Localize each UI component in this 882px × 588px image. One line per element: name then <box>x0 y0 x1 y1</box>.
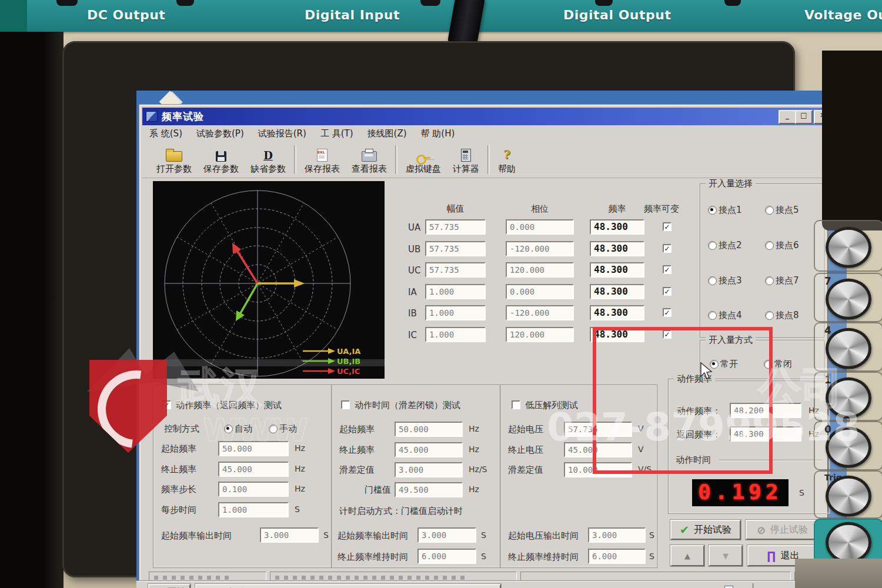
task-button-frequency-test[interactable]: 频率试验 <box>195 584 501 588</box>
svg-text:UC,IC: UC,IC <box>337 367 360 376</box>
default-d-icon: D <box>263 149 273 162</box>
start-freq-output-time-field[interactable]: 3.000 <box>260 527 319 543</box>
save-report-button[interactable]: 保存报表 <box>299 142 346 178</box>
save-params-button[interactable]: 保存参数 <box>198 142 245 178</box>
device-black-panel <box>822 51 882 230</box>
ub-freq-field[interactable]: 48.300 <box>590 241 644 256</box>
minimize-button[interactable]: _ <box>779 110 796 124</box>
default-params-button[interactable]: D 缺省参数 <box>245 142 292 178</box>
ib-amp-field[interactable]: 1.000 <box>425 305 486 320</box>
ia-freq-field[interactable]: 48.300 <box>590 284 644 299</box>
menu-help[interactable]: 帮 助(H) <box>414 126 462 141</box>
radio-contact-7[interactable] <box>765 276 774 285</box>
radio-contact-4[interactable] <box>708 311 717 320</box>
uc-freq-var-checkbox[interactable]: ✓ <box>663 265 671 274</box>
panel-label-dc-output: DC Output <box>87 8 165 22</box>
t2-start-freq-field[interactable]: 50.000 <box>395 422 463 437</box>
ub-phase-field[interactable]: -120.000 <box>506 241 574 256</box>
ua-phase-field[interactable]: 0.000 <box>506 219 574 235</box>
desktop-icon[interactable] <box>158 91 188 106</box>
t2-out1-field[interactable]: 3.000 <box>417 527 476 543</box>
radio-contact-2[interactable] <box>708 241 717 250</box>
radio-contact-3[interactable] <box>708 276 717 285</box>
ic-phase-field[interactable]: 120.000 <box>506 327 574 342</box>
menu-tools[interactable]: 工 具(T) <box>313 126 360 141</box>
ia-phase-field[interactable]: 0.000 <box>506 284 574 299</box>
t2-out2-field[interactable]: 6.000 <box>417 549 476 564</box>
stop-test-button[interactable]: ⊘ 停止试验 <box>746 520 819 540</box>
view-report-button[interactable]: 查看报表 <box>346 142 393 178</box>
open-folder-icon <box>166 149 182 162</box>
phasor-row-ua: UA 57.735 0.000 48.300 ✓ <box>405 219 681 236</box>
ib-freq-field[interactable]: 48.300 <box>590 305 644 320</box>
report-doc-icon <box>317 149 328 162</box>
phasor-scope: UA,IA UB,IB UC,IC <box>153 181 385 379</box>
timing-start-note: 计时启动方式：门槛值启动计时 <box>339 506 463 517</box>
lv-out1-field[interactable]: 3.000 <box>588 527 646 543</box>
step-time-field[interactable]: 1.000 <box>218 502 289 517</box>
key-teal <box>814 519 882 563</box>
open-params-button[interactable]: 打开参数 <box>151 142 198 178</box>
virtual-keyboard-button[interactable]: 虚拟键盘 <box>400 142 447 178</box>
phasor-row-ib: IB 1.000 -120.000 48.300 ✓ <box>405 305 681 322</box>
connector-knob <box>420 0 440 6</box>
time-test-checkbox[interactable] <box>341 400 350 409</box>
t2-end-freq-field[interactable]: 45.000 <box>395 442 463 457</box>
ua-freq-field[interactable]: 48.300 <box>590 219 644 235</box>
ia-amp-field[interactable]: 1.000 <box>425 284 486 299</box>
device-lower-shade <box>795 559 882 588</box>
ib-freq-var-checkbox[interactable]: ✓ <box>663 308 671 317</box>
start-button[interactable]: 开始 <box>148 584 191 588</box>
radio-auto[interactable] <box>224 425 233 433</box>
radio-manual[interactable] <box>269 425 278 433</box>
scroll-down-button[interactable]: ▼ <box>709 545 743 566</box>
up-arrow-icon: ▲ <box>684 552 690 560</box>
ib-phase-field[interactable]: -120.000 <box>506 305 574 320</box>
ub-amp-field[interactable]: 57.735 <box>425 241 486 256</box>
ic-amp-field[interactable]: 1.000 <box>425 327 486 342</box>
maximize-button[interactable]: □ <box>795 110 813 124</box>
toolbar-separator <box>395 145 397 174</box>
down-arrow-icon: ▼ <box>723 552 729 560</box>
key-1: 1 <box>814 372 882 421</box>
end-freq-field[interactable]: 45.000 <box>218 462 289 477</box>
action-time-led-display: 0.192 <box>692 479 789 506</box>
connector-knob <box>176 0 194 6</box>
header-phase: 相位 <box>506 203 574 215</box>
panel-label-voltage-output: Voltage Output <box>804 8 882 22</box>
t2-slip-field[interactable]: 3.000 <box>395 462 463 477</box>
start-freq-field[interactable]: 50.000 <box>218 441 289 456</box>
uc-phase-field[interactable]: 120.000 <box>506 262 574 278</box>
phasor-row-ia: IA 1.000 0.000 48.300 ✓ <box>405 284 681 300</box>
start-test-button[interactable]: ✔ 开始试验 <box>670 520 741 540</box>
radio-contact-8[interactable] <box>765 311 774 320</box>
menu-test-params[interactable]: 试验参数(P) <box>189 126 251 141</box>
menu-wiring-diagram[interactable]: 接线图(Z) <box>360 126 414 141</box>
lv-out2-field[interactable]: 6.000 <box>588 549 646 564</box>
header-amplitude: 幅值 <box>425 203 486 215</box>
ua-freq-var-checkbox[interactable]: ✓ <box>663 222 671 231</box>
header-freq-variable: 频率可变 <box>644 203 697 215</box>
radio-contact-5[interactable] <box>765 206 774 215</box>
radio-contact-1[interactable] <box>708 206 717 215</box>
phasor-row-uc: UC 57.735 120.000 48.300 ✓ <box>405 262 681 279</box>
key-7: 7 <box>814 273 882 322</box>
lv-test-checkbox[interactable] <box>512 400 520 409</box>
radio-contact-6[interactable] <box>765 241 774 250</box>
titlebar[interactable]: 频率试验 <box>142 108 823 125</box>
t2-threshold-field[interactable]: 49.500 <box>395 482 463 497</box>
ua-amp-field[interactable]: 57.735 <box>425 219 486 235</box>
uc-amp-field[interactable]: 57.735 <box>425 262 486 278</box>
key-4: 4 <box>814 322 882 372</box>
freq-step-field[interactable]: 0.100 <box>218 482 289 497</box>
ia-freq-var-checkbox[interactable]: ✓ <box>663 287 671 296</box>
calculator-button[interactable]: 计算器 <box>447 142 485 178</box>
uc-freq-field[interactable]: 48.300 <box>590 262 644 278</box>
check-icon: ✔ <box>680 523 689 536</box>
help-button[interactable]: ? 帮助 <box>492 142 522 178</box>
menu-test-report[interactable]: 试验报告(R) <box>251 126 313 141</box>
menu-system[interactable]: 系 统(S) <box>142 126 189 141</box>
ub-freq-var-checkbox[interactable]: ✓ <box>663 244 671 253</box>
scroll-up-button[interactable]: ▲ <box>670 545 704 566</box>
connector-knob <box>56 0 78 6</box>
